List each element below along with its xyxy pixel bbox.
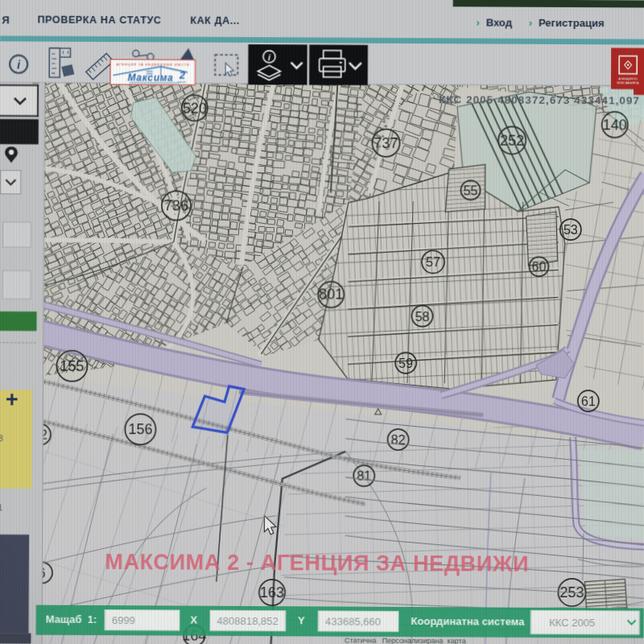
svg-text:АГЕНЦИЯ ЗА НЕДВИЖИМИ ИМОТИ: АГЕНЦИЯ ЗА НЕДВИЖИМИ ИМОТИ — [117, 62, 190, 66]
svg-text:Максима: Максима — [128, 72, 174, 84]
svg-text:2: 2 — [179, 69, 186, 81]
svg-text:АГЕНЦИЯ ПО: АГЕНЦИЯ ПО — [618, 78, 638, 81]
svg-text:i: i — [17, 58, 21, 72]
svg-text:МАКСИМА 2 - АГЕНЦИЯ ЗА НЕДВИЖИ: МАКСИМА 2 - АГЕНЦИЯ ЗА НЕДВИЖИ — [105, 549, 528, 576]
svg-text:ВПИСВАНИЯТА: ВПИСВАНИЯТА — [617, 82, 639, 85]
